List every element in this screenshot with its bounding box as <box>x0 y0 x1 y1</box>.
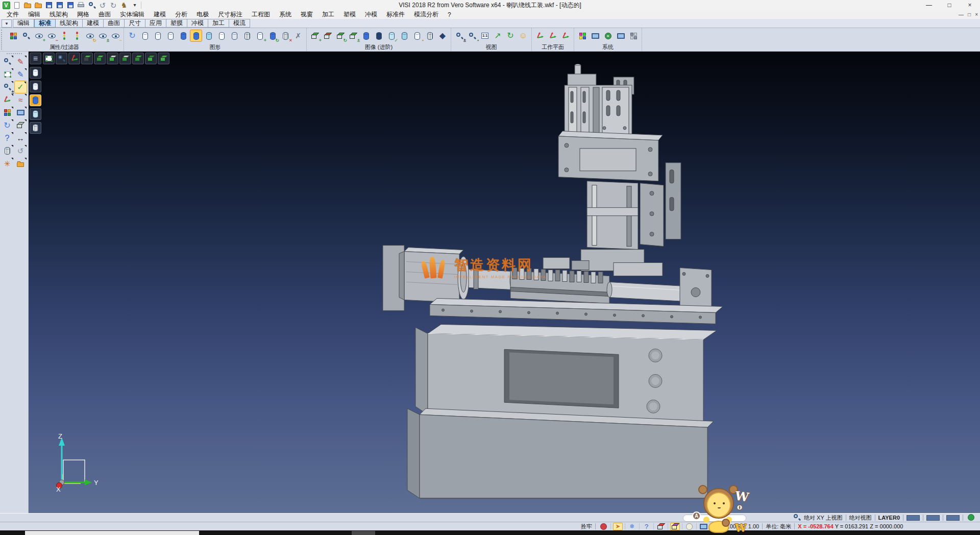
snap-cube-icon[interactable] <box>656 523 666 530</box>
matrix-settings-icon[interactable] <box>627 30 640 42</box>
view-solid-cube-icon[interactable] <box>158 53 169 64</box>
tab-加工[interactable]: 加工 <box>208 19 229 28</box>
zoom-dynamic-icon[interactable]: ± <box>1 81 14 93</box>
menu-加工[interactable]: 加工 <box>317 10 339 19</box>
select-magnifier-icon[interactable] <box>1 55 14 68</box>
print-preview-icon[interactable] <box>87 1 96 10</box>
save-all-icon[interactable] <box>66 1 75 10</box>
toggle-visibility-icon[interactable]: ± <box>96 30 109 42</box>
record-mode-icon[interactable] <box>599 523 608 530</box>
save-as-icon[interactable] <box>55 1 64 10</box>
menu-编辑[interactable]: 编辑 <box>23 10 45 19</box>
translucent-cylinder-icon[interactable] <box>203 30 215 42</box>
validated-cylinder-icon[interactable]: ✓ <box>385 30 398 42</box>
menu-模流分析[interactable]: 模流分析 <box>409 10 443 19</box>
zoom-inout-icon[interactable]: ± <box>453 30 465 42</box>
hide-entities-icon[interactable]: − <box>45 30 58 42</box>
snap-ice-icon[interactable]: ❄ <box>627 523 637 530</box>
copy-graphics-icon[interactable]: + <box>254 30 266 42</box>
dashed-cylinder-icon[interactable] <box>164 30 177 42</box>
traffic-cube-icon[interactable] <box>322 30 334 42</box>
workplane-align-icon[interactable] <box>559 30 572 42</box>
highlight-bulb-icon[interactable] <box>684 523 694 530</box>
knight-icon[interactable]: ♞ <box>119 1 129 10</box>
shaded-edges-cylinder-icon[interactable] <box>190 30 202 42</box>
menu-线架构[interactable]: 线架构 <box>45 10 72 19</box>
layer-color-swatch[interactable] <box>946 515 960 521</box>
new-document-icon[interactable] <box>12 1 21 10</box>
view-right-cube-icon[interactable] <box>145 53 157 64</box>
context-help-icon[interactable]: ? <box>642 523 651 530</box>
recycle-graphics-icon[interactable]: ↻ <box>266 30 279 42</box>
striped-cylinder-icon[interactable] <box>241 30 253 42</box>
navy-cylinder-icon[interactable] <box>373 30 385 42</box>
menu-工程图[interactable]: 工程图 <box>247 10 275 19</box>
spline-edit-icon[interactable]: ✎ <box>14 68 27 81</box>
display-settings-icon[interactable] <box>589 30 601 42</box>
shade-striped-icon[interactable] <box>30 122 41 134</box>
print-icon[interactable] <box>77 1 86 10</box>
view-back-cube-icon[interactable] <box>119 53 131 64</box>
units-indicator[interactable]: 单位: 毫米 <box>766 523 791 530</box>
workplane-edit-icon[interactable] <box>547 30 559 42</box>
qat-dropdown-icon[interactable]: ▾ <box>130 1 139 10</box>
tab-建模[interactable]: 建模 <box>83 19 104 28</box>
menu-实体编辑[interactable]: 实体编辑 <box>115 10 149 19</box>
axes-tool-icon[interactable] <box>1 93 14 106</box>
pan-view-icon[interactable]: ↗ <box>492 30 504 42</box>
document-search-icon[interactable] <box>20 30 32 42</box>
graphics-tools-icon[interactable]: ✗ <box>292 30 304 42</box>
hidden-line-cylinder-icon[interactable] <box>152 30 164 42</box>
viewport-menu-icon[interactable]: ≡ <box>30 53 41 64</box>
wire-overlay-cylinder-icon[interactable] <box>228 30 240 42</box>
filter-traffic-all-icon[interactable] <box>71 30 83 42</box>
redo-icon[interactable]: ↻ <box>109 1 118 10</box>
left-panel-drag-handle[interactable] <box>7 53 22 54</box>
maximize-button[interactable]: □ <box>939 0 960 10</box>
zoom-extents-icon[interactable]: ▪ <box>466 30 478 42</box>
3d-viewport[interactable]: ≡ 智造资料网 INTELLIGENT MADE PACKING DATA <box>29 52 980 513</box>
mdi-minimize-button[interactable]: — <box>959 12 964 17</box>
toggle-cube-icon[interactable]: ± <box>347 30 359 42</box>
tab-尺寸[interactable]: 尺寸 <box>125 19 145 28</box>
layer-color-swatch[interactable] <box>926 515 940 521</box>
save-icon[interactable] <box>44 1 54 10</box>
curve-edit-icon[interactable]: ≈ <box>14 93 27 106</box>
edit-sketch-icon[interactable]: ✎ <box>14 55 27 68</box>
tab-dropdown-button[interactable]: ▼ <box>2 19 12 28</box>
pick-mode-icon[interactable]: ➤ <box>613 523 623 530</box>
window-panes-icon[interactable] <box>14 106 27 119</box>
menu-文件[interactable]: 文件 <box>2 10 23 19</box>
tab-模流[interactable]: 模流 <box>229 19 250 28</box>
grid-window-icon[interactable] <box>699 523 708 530</box>
menu-?[interactable]: ? <box>443 10 456 19</box>
tab-曲面[interactable]: 曲面 <box>104 19 125 28</box>
add-image-cube-icon[interactable]: + <box>309 30 321 42</box>
flat-cylinder-icon[interactable] <box>215 30 228 42</box>
zoom-1to1-icon[interactable]: 1:1 <box>479 30 491 42</box>
tab-标准[interactable]: 标准 <box>34 19 56 28</box>
solid-polyhedron-icon[interactable]: ◆ <box>436 30 449 42</box>
refresh-cube-icon[interactable]: ↻ <box>334 30 347 42</box>
view-front-cube-icon[interactable] <box>107 53 118 64</box>
preferences-icon[interactable] <box>615 30 627 42</box>
view-left-cube-icon[interactable] <box>132 53 144 64</box>
help-query-icon[interactable]: ? <box>1 132 14 144</box>
workplane-create-icon[interactable] <box>534 30 546 42</box>
shade-solid-icon[interactable] <box>30 94 41 106</box>
shade-wireframe-icon[interactable] <box>30 67 41 79</box>
shade-hidden-icon[interactable] <box>30 81 41 92</box>
menu-电极[interactable]: 电极 <box>192 10 213 19</box>
menu-分析[interactable]: 分析 <box>170 10 192 19</box>
tab-编辑[interactable]: 编辑 <box>13 19 34 28</box>
isolate-visibility-icon[interactable]: − <box>109 30 121 42</box>
filter-traffic-icon[interactable] <box>58 30 70 42</box>
undo-gray-icon[interactable]: ↺ <box>14 144 27 157</box>
tab-应用[interactable]: 应用 <box>145 19 166 28</box>
tab-冲模[interactable]: 冲模 <box>187 19 208 28</box>
menu-网格[interactable]: 网格 <box>72 10 94 19</box>
mdi-restore-button[interactable]: □ <box>968 12 971 17</box>
delete-trash-icon[interactable] <box>1 144 14 157</box>
import-file-icon[interactable] <box>34 1 43 10</box>
menu-建模[interactable]: 建模 <box>149 10 170 19</box>
